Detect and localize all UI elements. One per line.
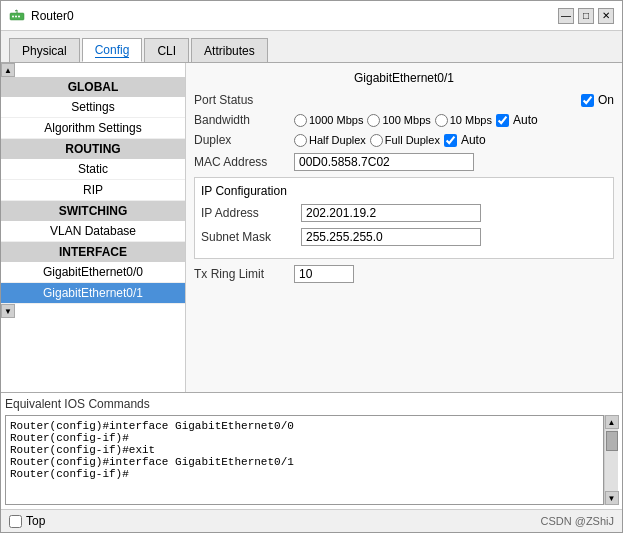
sidebar-item-vlan-database[interactable]: VLAN Database [1, 221, 185, 242]
port-status-label: Port Status [194, 93, 294, 107]
tab-cli[interactable]: CLI [144, 38, 189, 62]
sidebar: ▲ GLOBAL Settings Algorithm Settings ROU… [1, 63, 186, 392]
duplex-full-label[interactable]: Full Duplex [370, 134, 440, 147]
router-icon [9, 8, 25, 24]
minimize-button[interactable]: — [558, 8, 574, 24]
title-bar: Router0 — □ ✕ [1, 1, 622, 31]
subnet-mask-label: Subnet Mask [201, 230, 301, 244]
duplex-label: Duplex [194, 133, 294, 147]
right-panel: GigabitEthernet0/1 Port Status On Bandwi… [186, 63, 622, 392]
port-status-on-label: On [598, 93, 614, 107]
duplex-options: Half Duplex Full Duplex Auto [294, 133, 486, 147]
tab-config[interactable]: Config [82, 38, 143, 62]
port-status-checkbox[interactable] [581, 94, 594, 107]
bandwidth-1000-label[interactable]: 1000 Mbps [294, 114, 363, 127]
top-label: Top [26, 514, 45, 528]
console-scroll-down[interactable]: ▼ [605, 491, 619, 505]
sidebar-item-gig0-1[interactable]: GigabitEthernet0/1 [1, 283, 185, 304]
subnet-mask-input[interactable] [301, 228, 481, 246]
duplex-half-radio[interactable] [294, 134, 307, 147]
tx-ring-limit-label: Tx Ring Limit [194, 267, 294, 281]
tab-physical[interactable]: Physical [9, 38, 80, 62]
console-area: Equivalent IOS Commands Router(config)#i… [1, 392, 622, 509]
tx-ring-limit-row: Tx Ring Limit [194, 265, 614, 283]
bandwidth-10-label[interactable]: 10 Mbps [435, 114, 492, 127]
top-checkbox-row: Top [9, 514, 45, 528]
bandwidth-auto-label: Auto [513, 113, 538, 127]
bandwidth-100-label[interactable]: 100 Mbps [367, 114, 430, 127]
duplex-auto-checkbox[interactable] [444, 134, 457, 147]
main-window: Router0 — □ ✕ Physical Config CLI Attrib… [0, 0, 623, 533]
tx-ring-limit-input[interactable] [294, 265, 354, 283]
bandwidth-options: 1000 Mbps 100 Mbps 10 Mbps Auto [294, 113, 538, 127]
sidebar-header-switching: SWITCHING [1, 201, 185, 221]
duplex-full-radio[interactable] [370, 134, 383, 147]
mac-address-input[interactable] [294, 153, 474, 171]
sidebar-scroll-down[interactable]: ▼ [1, 304, 15, 318]
bandwidth-1000-text: 1000 Mbps [309, 114, 363, 126]
bandwidth-100-text: 100 Mbps [382, 114, 430, 126]
duplex-full-text: Full Duplex [385, 134, 440, 146]
window-controls: — □ ✕ [558, 8, 614, 24]
sidebar-header-routing: ROUTING [1, 139, 185, 159]
ip-address-input[interactable] [301, 204, 481, 222]
sidebar-item-static[interactable]: Static [1, 159, 185, 180]
ip-config-title: IP Configuration [201, 184, 607, 198]
sidebar-header-global: GLOBAL [1, 77, 185, 97]
subnet-mask-row: Subnet Mask [201, 228, 607, 246]
bottom-bar: Top CSDN @ZShiJ [1, 509, 622, 532]
maximize-button[interactable]: □ [578, 8, 594, 24]
sidebar-header-interface: INTERFACE [1, 242, 185, 262]
duplex-auto-label: Auto [461, 133, 486, 147]
ip-address-row: IP Address [201, 204, 607, 222]
console-scroll-up[interactable]: ▲ [605, 415, 619, 429]
bandwidth-100-radio[interactable] [367, 114, 380, 127]
bandwidth-10-radio[interactable] [435, 114, 448, 127]
tab-attributes[interactable]: Attributes [191, 38, 268, 62]
ip-address-label: IP Address [201, 206, 301, 220]
mac-address-label: MAC Address [194, 155, 294, 169]
bandwidth-1000-radio[interactable] [294, 114, 307, 127]
sidebar-scroll-up[interactable]: ▲ [1, 63, 15, 77]
console-label: Equivalent IOS Commands [5, 397, 618, 411]
top-checkbox[interactable] [9, 515, 22, 528]
svg-point-3 [18, 15, 20, 17]
window-title: Router0 [31, 9, 74, 23]
sidebar-item-settings[interactable]: Settings [1, 97, 185, 118]
title-bar-left: Router0 [9, 8, 74, 24]
tab-bar: Physical Config CLI Attributes [1, 31, 622, 63]
sidebar-item-algorithm-settings[interactable]: Algorithm Settings [1, 118, 185, 139]
duplex-half-text: Half Duplex [309, 134, 366, 146]
ip-config-box: IP Configuration IP Address Subnet Mask [194, 177, 614, 259]
panel-title: GigabitEthernet0/1 [194, 71, 614, 85]
console-output[interactable]: Router(config)#interface GigabitEthernet… [5, 415, 604, 505]
mac-address-row: MAC Address [194, 153, 614, 171]
sidebar-item-gig0-0[interactable]: GigabitEthernet0/0 [1, 262, 185, 283]
duplex-half-label[interactable]: Half Duplex [294, 134, 366, 147]
sidebar-item-rip[interactable]: RIP [1, 180, 185, 201]
bandwidth-row: Bandwidth 1000 Mbps 100 Mbps 10 Mbps [194, 113, 614, 127]
svg-point-1 [12, 15, 14, 17]
console-container: Router(config)#interface GigabitEthernet… [5, 415, 618, 505]
svg-point-2 [15, 15, 17, 17]
console-scrollbar[interactable]: ▲ ▼ [604, 415, 618, 505]
watermark: CSDN @ZShiJ [540, 515, 614, 527]
bandwidth-auto-checkbox[interactable] [496, 114, 509, 127]
duplex-row: Duplex Half Duplex Full Duplex Auto [194, 133, 614, 147]
close-button[interactable]: ✕ [598, 8, 614, 24]
bandwidth-10-text: 10 Mbps [450, 114, 492, 126]
console-scroll-thumb[interactable] [606, 431, 618, 451]
bandwidth-label: Bandwidth [194, 113, 294, 127]
main-content: ▲ GLOBAL Settings Algorithm Settings ROU… [1, 63, 622, 392]
port-status-row: Port Status On [194, 93, 614, 107]
